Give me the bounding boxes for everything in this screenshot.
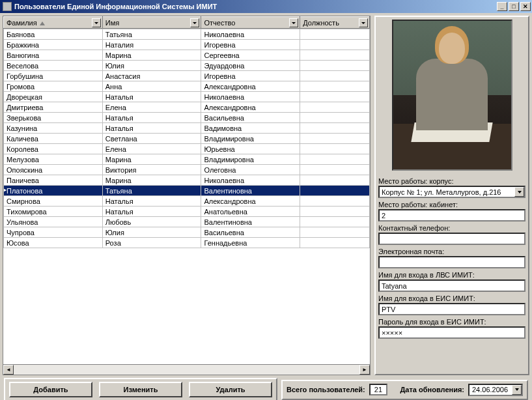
dropdown-icon[interactable] — [512, 385, 522, 395]
table-row[interactable]: ЗверьковаНатальяВасильевна — [4, 113, 370, 123]
column-label: Имя — [105, 19, 119, 27]
workplace-room-label: Место работы: кабинет: — [378, 201, 525, 208]
titlebar: Пользователи Единой Информационной Систе… — [0, 0, 532, 13]
cell: Александровна — [201, 81, 300, 92]
filter-dropdown-button[interactable] — [92, 18, 101, 27]
cell: Зверькова — [4, 113, 103, 123]
cell: Игоревна — [201, 40, 300, 50]
date-combo[interactable]: 24.06.2006 — [468, 384, 523, 396]
filter-dropdown-button[interactable] — [289, 18, 298, 27]
cell — [300, 40, 370, 50]
cell: Александровна — [201, 196, 300, 207]
table-row[interactable]: ДворецкаяНатальяНиколаевна — [4, 92, 370, 102]
table-row[interactable]: ТихомироваНатальяАнатольевна — [4, 207, 370, 217]
table-row[interactable]: ВанюгинаМаринаСергеевна — [4, 50, 370, 61]
workplace-building-combo[interactable]: Корпус № 1; ул. Металлургов, д.216 — [378, 186, 525, 198]
total-value: 21 — [369, 384, 387, 395]
column-header[interactable]: Имя — [102, 17, 201, 29]
cell: Баянова — [4, 29, 103, 40]
cell — [300, 71, 370, 81]
cell — [300, 92, 370, 102]
table-row[interactable]: ГромоваАннаАлександровна — [4, 81, 370, 92]
eis-login-label: Имя для входа в ЕИС ИМИТ: — [378, 294, 525, 302]
column-header[interactable]: Должность — [300, 17, 370, 29]
table-row[interactable]: ПаничеваМаринаНиколаевна — [4, 175, 370, 186]
table-row[interactable]: ОпояскинаВикторияОлеговна — [4, 165, 370, 175]
table-row[interactable]: КазунинаНатальяВадимовна — [4, 123, 370, 134]
window-title: Пользователи Единой Информационной Систе… — [14, 3, 496, 10]
table-row[interactable]: БражкинаНаталияИгоревна — [4, 40, 370, 50]
cell — [300, 50, 370, 61]
cell: Николаевна — [201, 92, 300, 102]
cell: Елена — [102, 102, 201, 113]
table-row[interactable]: МелузоваМаринаВладимировна — [4, 154, 370, 165]
table-row[interactable]: ВеселоваЮлияЭдуардовна — [4, 61, 370, 71]
eis-pass-label: Пароль для входа в ЕИС ИМИТ: — [378, 318, 525, 326]
scroll-left-button[interactable]: ◄ — [3, 365, 14, 375]
table-row[interactable]: ДмитриеваЕленаАлександровна — [4, 102, 370, 113]
email-label: Электронная почта: — [378, 248, 525, 255]
eis-pass-input[interactable]: ××××× — [378, 326, 525, 339]
date-value: 24.06.2006 — [472, 386, 508, 393]
lvs-login-input[interactable]: Tatyana — [378, 279, 525, 292]
table-row[interactable]: СмирноваНатальяАлександровна — [4, 196, 370, 207]
sort-asc-icon — [40, 21, 45, 25]
cell: Наталия — [102, 40, 201, 50]
date-label: Дата обновления: — [400, 386, 464, 393]
horizontal-scrollbar[interactable]: ◄ ► — [3, 364, 370, 375]
cell: Наталья — [102, 123, 201, 134]
cell — [300, 81, 370, 92]
table-row[interactable]: ЮсоваРозаГеннадьевна — [4, 238, 370, 248]
cell: Татьяна — [102, 29, 201, 40]
cell: Александровна — [201, 102, 300, 113]
table-row[interactable]: ПлатоноваТатьянаВалентиновна — [4, 186, 370, 196]
cell: Каличева — [4, 134, 103, 144]
workplace-room-input[interactable]: 2 — [378, 209, 525, 221]
eis-login-input[interactable]: PTV — [378, 303, 525, 315]
table-row[interactable]: КаличеваСветланаВладимировна — [4, 134, 370, 144]
column-header[interactable]: Отчество — [201, 17, 300, 29]
edit-button[interactable]: Изменить — [99, 382, 182, 397]
cell: Николаевна — [201, 29, 300, 40]
cell: Вадимовна — [201, 123, 300, 134]
column-label: Должность — [303, 19, 339, 27]
maximize-button[interactable]: □ — [509, 2, 519, 11]
delete-button[interactable]: Удалить — [189, 382, 272, 397]
stats-bar: Всего пользователей: 21 Дата обновления:… — [281, 380, 528, 400]
phone-input[interactable] — [378, 233, 525, 245]
close-button[interactable]: ✕ — [520, 2, 531, 11]
table-row[interactable]: УльяноваЛюбовьВалентиновна — [4, 217, 370, 227]
cell: Владимировна — [201, 134, 300, 144]
scroll-track[interactable] — [14, 365, 359, 375]
app-icon — [3, 2, 12, 11]
email-input[interactable] — [378, 256, 525, 268]
cell — [300, 102, 370, 113]
cell: Марина — [102, 154, 201, 165]
minimize-button[interactable]: _ — [497, 2, 507, 11]
cell: Веселова — [4, 61, 103, 71]
table-row[interactable]: БаяноваТатьянаНиколаевна — [4, 29, 370, 40]
add-button[interactable]: Добавить — [9, 382, 92, 397]
cell: Васильевна — [201, 227, 300, 238]
cell: Смирнова — [4, 196, 103, 207]
cell — [300, 144, 370, 154]
cell — [300, 238, 370, 248]
table-row[interactable]: ЧупроваЮлияВасильевна — [4, 227, 370, 238]
cell — [300, 154, 370, 165]
total-label: Всего пользователей: — [287, 386, 365, 393]
filter-dropdown-button[interactable] — [190, 18, 199, 27]
table-row[interactable]: ГорбушинаАнастасияИгоревна — [4, 71, 370, 81]
column-label: Фамилия — [7, 19, 37, 27]
cell — [300, 134, 370, 144]
filter-dropdown-button[interactable] — [359, 18, 368, 27]
cell: Наталья — [102, 207, 201, 217]
left-panel: ФамилияИмяОтчествоДолжность БаяноваТатья… — [3, 16, 371, 375]
table-row[interactable]: КоролеваЕленаЮрьевна — [4, 144, 370, 154]
cell: Бражкина — [4, 40, 103, 50]
scroll-right-button[interactable]: ► — [359, 365, 370, 375]
cell: Наталья — [102, 92, 201, 102]
cell: Анна — [102, 81, 201, 92]
cell: Дворецкая — [4, 92, 103, 102]
dropdown-icon[interactable] — [514, 187, 524, 197]
column-header[interactable]: Фамилия — [4, 17, 103, 29]
